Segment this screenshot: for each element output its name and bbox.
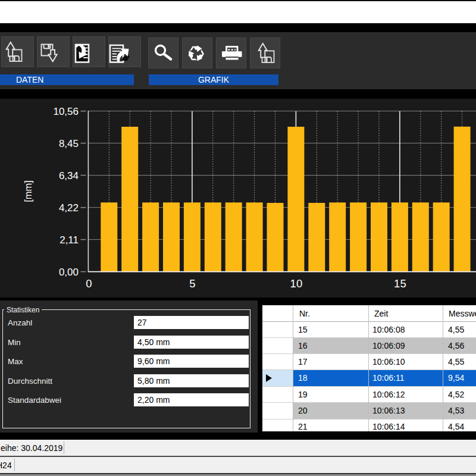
svg-text:5: 5 xyxy=(189,277,195,290)
svg-text:8,45: 8,45 xyxy=(59,138,79,149)
svg-text:[mm]: [mm] xyxy=(23,180,33,202)
svg-text:0,00: 0,00 xyxy=(59,267,79,278)
svg-text:0: 0 xyxy=(86,277,92,290)
svg-text:2,11: 2,11 xyxy=(60,234,79,246)
svg-text:4,22: 4,22 xyxy=(59,202,79,214)
svg-text:6,34: 6,34 xyxy=(59,170,79,181)
svg-text:10: 10 xyxy=(290,277,303,290)
svg-text:10,56: 10,56 xyxy=(53,106,79,117)
svg-text:15: 15 xyxy=(394,277,406,290)
